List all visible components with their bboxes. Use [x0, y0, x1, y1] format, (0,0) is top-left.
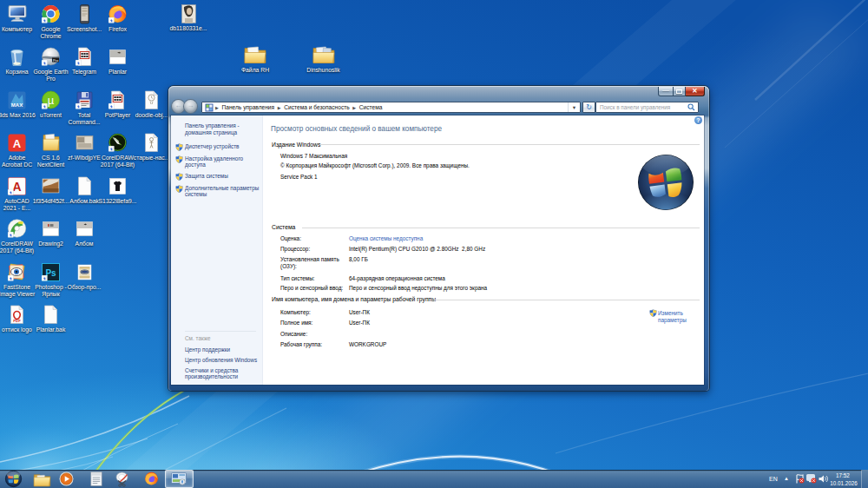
svg-text:PDF: PDF [13, 319, 21, 323]
svg-text:A: A [12, 179, 21, 193]
svg-text:MAX: MAX [11, 102, 23, 108]
svg-text:A: A [13, 137, 22, 150]
svg-text:µ: µ [48, 94, 55, 107]
